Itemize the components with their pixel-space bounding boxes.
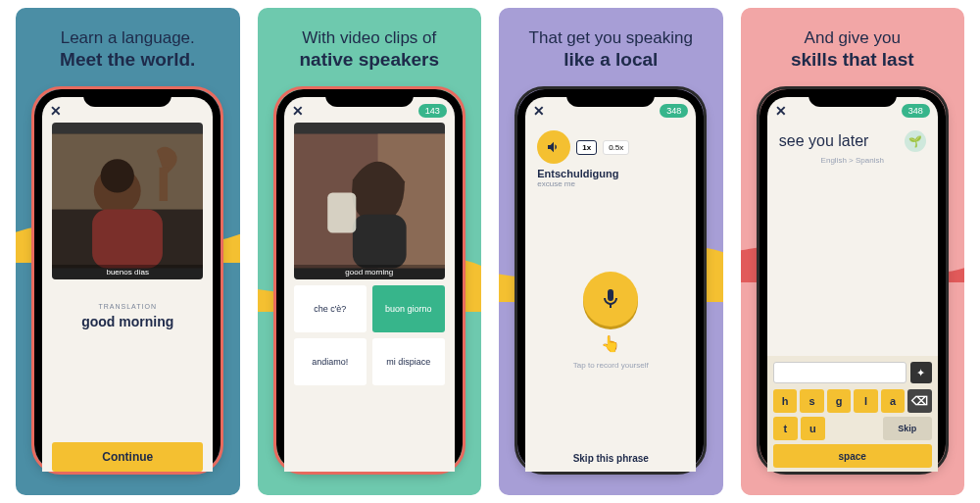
headline-line1: Learn a language. (61, 28, 195, 47)
promo-panel-2: With video clips of native speakers ✕ 14… (258, 8, 482, 495)
answer-option[interactable]: che c'è? (294, 285, 367, 332)
phone-mockup: ✕ buenos días TRANSLATION good morning C (34, 89, 220, 472)
headline-line2: skills that last (791, 48, 914, 72)
svg-rect-3 (92, 210, 163, 269)
headline-line1: And give you (805, 28, 901, 47)
headline-line2: Meet the world. (60, 48, 195, 72)
phone-mockup: ✕ 348 1x 0.5x Entschuldigung excuse me 👆… (517, 89, 704, 472)
language-chip-icon[interactable]: 🌱 (905, 130, 926, 152)
continue-button[interactable]: Continue (52, 442, 203, 472)
promo-panel-4: And give you skills that last ✕ 348 see … (741, 8, 965, 495)
language-direction: English > Spanish (767, 156, 938, 165)
answer-option[interactable]: andiamo! (294, 338, 367, 385)
promo-panel-3: That get you speaking like a local ✕ 348… (499, 8, 723, 495)
headline-line1: With video clips of (302, 28, 436, 47)
phone-mockup: ✕ 143 good morning che c'è? buon giorno … (276, 89, 463, 472)
skip-phrase-link[interactable]: Skip this phrase (525, 453, 696, 464)
key-letter[interactable]: g (827, 389, 852, 413)
headline-line2: native speakers (299, 48, 439, 72)
svg-point-4 (101, 159, 134, 192)
phone-notch (325, 89, 414, 107)
answer-input[interactable] (773, 362, 906, 383)
speed-button-1x[interactable]: 1x (576, 140, 597, 155)
key-skip[interactable]: Skip (883, 417, 932, 440)
translation-text: good morning (42, 314, 213, 329)
headline-line1: That get you speaking (529, 28, 693, 47)
score-badge: 348 (902, 104, 930, 118)
svg-rect-5 (160, 168, 169, 201)
prompt-text: see you later (779, 132, 869, 150)
score-badge: 143 (418, 104, 447, 118)
record-button[interactable] (583, 272, 638, 327)
speed-button-half[interactable]: 0.5x (603, 140, 629, 155)
video-clip[interactable]: buenos días (52, 123, 203, 279)
video-caption: good morning (294, 265, 445, 279)
phone-notch (808, 89, 897, 107)
phone-notch (83, 89, 172, 107)
key-letter[interactable]: l (854, 389, 878, 413)
magic-wand-button[interactable]: ✦ (910, 362, 932, 383)
phone-mockup: ✕ 348 see you later 🌱 English > Spanish … (760, 89, 946, 472)
video-caption: buenos días (52, 265, 203, 279)
target-word: Entschuldigung (537, 168, 684, 179)
translation-label: TRANSLATION (42, 303, 213, 310)
close-icon[interactable]: ✕ (533, 103, 545, 119)
close-icon[interactable]: ✕ (50, 103, 62, 119)
video-clip[interactable]: good morning (294, 123, 445, 279)
speaker-icon[interactable] (537, 130, 570, 164)
target-word-translation: excuse me (537, 179, 684, 188)
record-hint: Tap to record yourself (573, 361, 649, 370)
answer-option[interactable]: mi dispiace (372, 338, 445, 385)
key-letter[interactable]: a (881, 389, 906, 413)
key-backspace[interactable]: ⌫ (907, 389, 932, 413)
key-letter[interactable]: h (773, 389, 798, 413)
score-badge: 348 (660, 104, 688, 118)
key-letter[interactable]: s (800, 389, 824, 413)
pointing-hand-icon: 👆 (601, 334, 620, 353)
promo-panel-1: Learn a language. Meet the world. ✕ (16, 8, 240, 495)
key-space[interactable]: space (773, 444, 932, 468)
headline: That get you speaking like a local (529, 27, 693, 72)
answer-option-selected[interactable]: buon giorno (372, 285, 445, 332)
headline: With video clips of native speakers (299, 27, 439, 72)
key-letter[interactable]: u (801, 417, 825, 440)
key-letter[interactable]: t (773, 417, 798, 440)
svg-rect-9 (353, 215, 407, 269)
headline-line2: like a local (529, 48, 693, 72)
headline: Learn a language. Meet the world. (60, 27, 195, 72)
close-icon[interactable]: ✕ (775, 103, 787, 119)
headline: And give you skills that last (791, 27, 914, 72)
phone-notch (566, 89, 655, 107)
svg-rect-10 (327, 192, 356, 232)
keyboard-area: ✦ h s g l a ⌫ t u Skip s (767, 356, 938, 472)
close-icon[interactable]: ✕ (292, 103, 304, 119)
